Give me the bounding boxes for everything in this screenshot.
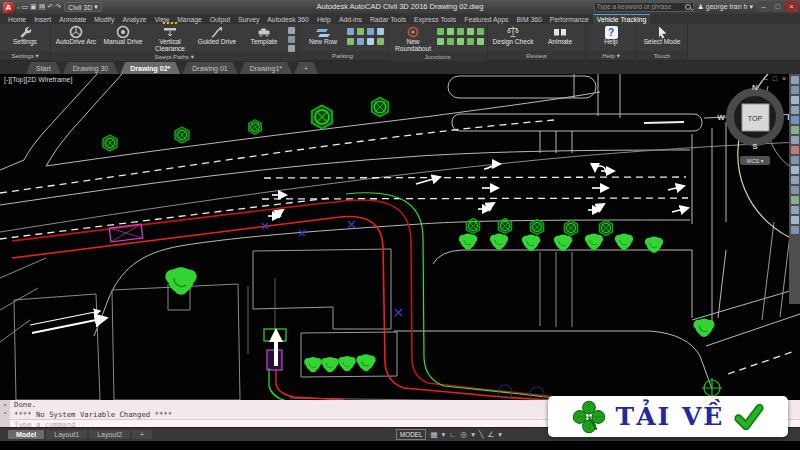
settings-button[interactable]: Settings xyxy=(2,25,48,46)
toolbar-icon[interactable] xyxy=(791,206,799,214)
close-button[interactable]: × xyxy=(785,1,798,12)
mini-tool-icon[interactable] xyxy=(367,28,374,35)
drawing-close-button[interactable]: × xyxy=(782,75,786,82)
new-layout-tab[interactable]: + xyxy=(132,430,152,439)
ribbon-tab[interactable]: Manage xyxy=(173,14,206,24)
search-icon[interactable] xyxy=(685,4,691,10)
toolbar-icon[interactable] xyxy=(791,76,799,84)
restore-button[interactable]: □ xyxy=(771,1,784,12)
ribbon-tab[interactable]: Autodesk 360 xyxy=(263,14,313,24)
ribbon-tab[interactable]: Home xyxy=(4,14,30,24)
mini-tool-icon[interactable] xyxy=(477,38,484,45)
viewcube[interactable]: TOP N S W E WCS ▾ xyxy=(717,83,793,165)
model-tab[interactable]: Model xyxy=(8,430,44,439)
ribbon-tab[interactable]: Performance xyxy=(546,14,593,24)
mini-tool-icon[interactable] xyxy=(447,38,454,45)
ribbon-tab[interactable]: Analyze xyxy=(118,14,150,24)
document-tab[interactable]: Drawing1* xyxy=(240,62,292,74)
mini-tool-icon[interactable] xyxy=(377,38,384,45)
toolbar-icon[interactable] xyxy=(791,186,799,194)
ribbon-tab[interactable]: Insert xyxy=(30,14,55,24)
wcs-label[interactable]: WCS ▾ xyxy=(746,158,763,164)
toolbar-icon[interactable] xyxy=(791,196,799,204)
viewcube-west[interactable]: W xyxy=(717,113,725,122)
document-tab[interactable]: Start xyxy=(26,62,61,74)
toolbar-icon[interactable] xyxy=(791,226,799,234)
select-mode-button[interactable]: Select Mode xyxy=(639,25,685,46)
ribbon-tab[interactable]: Radar Tools xyxy=(366,14,410,24)
vertical-clearance-button[interactable]: Vertical Clearance xyxy=(147,25,193,53)
new-file-icon[interactable]: ▫ xyxy=(17,4,19,11)
mini-tool-icon[interactable] xyxy=(457,38,464,45)
mini-tool-icon[interactable] xyxy=(357,28,364,35)
toolbar-icon[interactable] xyxy=(791,176,799,184)
mini-tool-icon[interactable] xyxy=(467,38,474,45)
download-banner[interactable]: TẢI VỀ xyxy=(548,396,788,437)
ribbon-tab[interactable]: Express Tools xyxy=(410,14,460,24)
document-tab[interactable]: Drawing 30 xyxy=(63,62,118,74)
autocad-logo-icon[interactable]: A xyxy=(3,2,14,13)
mini-tool-icon[interactable] xyxy=(467,28,474,35)
new-row-button[interactable]: New Row xyxy=(300,25,346,46)
toolbar-icon[interactable] xyxy=(791,166,799,174)
osnap-icon[interactable]: ╲ xyxy=(479,430,484,439)
workspace-switcher[interactable]: Civil 3D ▾ xyxy=(64,2,102,12)
mini-tool-icon[interactable] xyxy=(437,38,444,45)
more-status-dropdown-icon[interactable]: ▾ xyxy=(498,430,502,439)
signin-user[interactable]: ♟ george tran h ▾ xyxy=(698,3,753,11)
mini-tool-icon[interactable] xyxy=(377,28,384,35)
toolbar-icon[interactable] xyxy=(791,106,799,114)
new-roundabout-button[interactable]: New Roundabout xyxy=(390,25,436,53)
ribbon-tab[interactable]: BIM 360 xyxy=(512,14,545,24)
ribbon-tab[interactable]: Output xyxy=(206,14,234,24)
mini-tool-icon[interactable] xyxy=(347,28,354,35)
search-input[interactable] xyxy=(597,3,685,10)
toolbar-icon[interactable] xyxy=(791,156,799,164)
undo-icon[interactable]: ↶ xyxy=(47,3,53,11)
grid-icon[interactable]: ▦ xyxy=(430,430,437,439)
viewport-controls[interactable]: [-][Top][2D Wireframe] xyxy=(4,76,72,83)
autodrive-arc-button[interactable]: AutoDrive Arc xyxy=(53,25,99,46)
drawing-minimize-button[interactable]: – xyxy=(764,75,768,82)
ribbon-tab[interactable]: Modify xyxy=(90,14,118,24)
swept-paths-panel-title[interactable]: Swept Paths ▾ xyxy=(51,52,297,61)
mini-tool-icon[interactable] xyxy=(288,27,295,34)
snap-dropdown-icon[interactable]: ▾ xyxy=(442,430,446,439)
drawing-restore-button[interactable]: □ xyxy=(773,75,777,82)
guided-drive-button[interactable]: Guided Drive xyxy=(194,25,240,46)
help-panel-title[interactable]: Help ▾ xyxy=(586,51,636,60)
toolbar-icon[interactable] xyxy=(791,136,799,144)
viewcube-top-face[interactable]: TOP xyxy=(748,115,763,122)
template-button[interactable]: Template xyxy=(241,25,287,46)
toolbar-icon[interactable] xyxy=(791,146,799,154)
layout2-tab[interactable]: Layout2 xyxy=(89,430,130,439)
save-icon[interactable]: ▣ xyxy=(30,3,37,11)
redo-icon[interactable]: ↷ xyxy=(55,3,61,11)
polar-dropdown-icon[interactable]: ▾ xyxy=(471,430,475,439)
ribbon-tab[interactable]: Featured Apps xyxy=(460,14,512,24)
ortho-icon[interactable]: ∟ xyxy=(449,430,456,439)
open-file-icon[interactable]: ▭ xyxy=(21,3,28,11)
mini-tool-icon[interactable] xyxy=(447,28,454,35)
close-command-icon[interactable]: × xyxy=(3,402,7,408)
ribbon-tab[interactable]: Add-ins xyxy=(335,14,366,24)
mini-tool-icon[interactable] xyxy=(457,28,464,35)
mini-tool-icon[interactable] xyxy=(477,28,484,35)
design-check-button[interactable]: Design Check xyxy=(490,25,536,46)
settings-panel-title[interactable]: Settings ▾ xyxy=(0,51,50,60)
viewcube-north[interactable]: N xyxy=(752,83,758,92)
help-button[interactable]: ? Help xyxy=(588,25,634,46)
ribbon-tab[interactable]: Vehicle Tracking xyxy=(593,14,651,24)
object-snap-angle-icon[interactable]: ∠ xyxy=(487,430,494,439)
toolbar-icon[interactable] xyxy=(791,116,799,124)
mini-tool-icon[interactable] xyxy=(437,28,444,35)
mini-tool-icon[interactable] xyxy=(288,45,295,52)
viewcube-south[interactable]: S xyxy=(752,142,758,151)
animate-button[interactable]: Animate xyxy=(537,25,583,46)
document-tab[interactable]: Drawing 02* xyxy=(120,62,180,74)
drawing-canvas[interactable]: TOP N S W E WCS ▾ [-][Top][2D Wireframe]… xyxy=(0,74,800,400)
manual-drive-button[interactable]: Manual Drive xyxy=(100,25,146,46)
ribbon-tab[interactable]: Help xyxy=(313,14,335,24)
layout1-tab[interactable]: Layout1 xyxy=(46,430,87,439)
mini-tool-icon[interactable] xyxy=(357,38,364,45)
